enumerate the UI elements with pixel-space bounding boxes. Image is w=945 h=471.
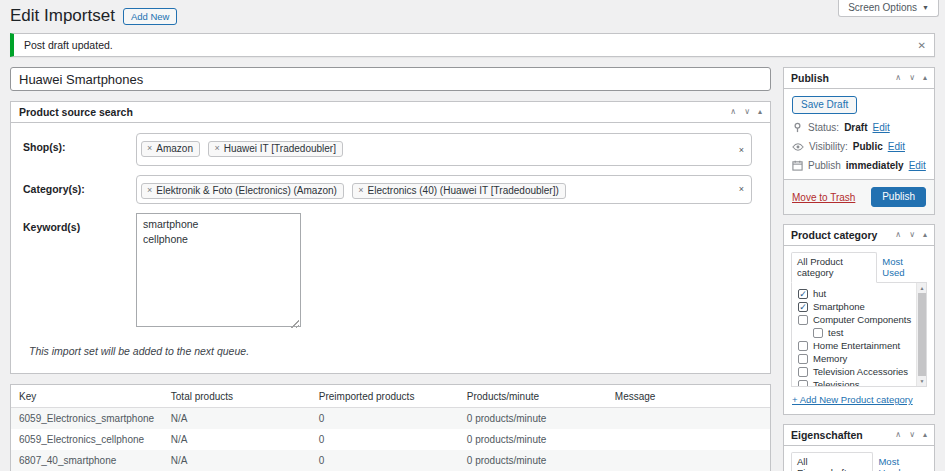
category-list-item[interactable]: ✓ Television Accessories <box>798 365 912 378</box>
column-header-key: Key <box>11 385 163 408</box>
edit-status-link[interactable]: Edit <box>872 122 889 133</box>
notice-message: Post draft updated. <box>24 39 113 51</box>
shops-multiselect[interactable]: ×Amazon ×Huawei IT [Tradedoubler] × <box>136 133 752 166</box>
queue-table-box: Key Total products Preimported products … <box>10 384 771 471</box>
category-list-item[interactable]: ✓ test <box>813 326 912 339</box>
postbox-title: Product source search <box>19 106 133 118</box>
checkbox[interactable]: ✓ <box>798 354 808 364</box>
cell-total-products: N/A <box>163 407 311 429</box>
cell-total-products: N/A <box>163 450 311 471</box>
toggle-panel-icon[interactable]: ▴ <box>923 230 927 240</box>
remove-tag-icon[interactable]: × <box>214 143 219 153</box>
clear-categories-icon[interactable]: × <box>739 184 744 194</box>
cell-products-minute: 0 products/minute <box>459 450 607 471</box>
category-list-item[interactable]: ✓ Home Entertainment <box>798 339 912 352</box>
publish-box-header[interactable]: Publish ∧ ∨ ▴ <box>784 68 934 89</box>
page-title: Edit Importset <box>10 6 115 26</box>
scrollbar-thumb[interactable] <box>918 293 926 376</box>
remove-tag-icon[interactable]: × <box>147 185 152 195</box>
eigenschaften-tabs: All Eigenschaften Most Used <box>791 452 927 471</box>
cell-preimported-products: 0 <box>311 429 459 450</box>
order-down-icon[interactable]: ∨ <box>909 230 915 240</box>
product-category-box: Product category ∧ ∨ ▴ All Product categ… <box>783 224 935 415</box>
save-draft-button[interactable]: Save Draft <box>792 96 857 114</box>
scroll-down-icon[interactable]: ▼ <box>917 376 927 386</box>
status-label: Status: <box>808 122 839 133</box>
category-list-item[interactable]: ✓ Televisions <box>798 378 912 387</box>
order-down-icon[interactable]: ∨ <box>909 73 915 83</box>
clear-shops-icon[interactable]: × <box>739 145 744 155</box>
edit-schedule-link[interactable]: Edit <box>909 160 926 171</box>
category-item-label: Home Entertainment <box>813 340 900 351</box>
table-row: 6059_Electronics_smartphone N/A 0 0 prod… <box>11 407 770 429</box>
add-new-button[interactable]: Add New <box>123 8 178 25</box>
shop-tag-label: Huawei IT [Tradedoubler] <box>224 143 336 154</box>
category-tabs: All Product category Most Used <box>791 252 927 283</box>
product-category-header[interactable]: Product category ∧ ∨ ▴ <box>784 225 934 246</box>
categories-multiselect[interactable]: ×Elektronik & Foto (Electronics) (Amazon… <box>136 175 752 204</box>
queue-note: This import set will be added to the nex… <box>29 345 758 357</box>
keywords-textarea[interactable]: smartphone cellphone <box>136 213 301 327</box>
checkbox[interactable]: ✓ <box>813 328 823 338</box>
eigenschaften-header[interactable]: Eigenschaften ∧ ∨ ▴ <box>784 425 934 446</box>
product-source-search-box: Product source search ∧ ∨ ▴ Shop(s): × <box>10 101 771 374</box>
visibility-eye-icon <box>792 142 804 152</box>
tab-all-product-category[interactable]: All Product category <box>791 252 877 283</box>
calendar-icon <box>792 160 803 171</box>
status-value: Draft <box>844 122 867 133</box>
scroll-up-icon[interactable]: ▲ <box>917 283 927 293</box>
category-item-label: Computer Components <box>813 314 911 325</box>
shop-tag-chip: ×Amazon <box>141 141 200 157</box>
category-list-item[interactable]: ✓ Smartphone <box>798 300 912 313</box>
order-up-icon[interactable]: ∧ <box>895 230 901 240</box>
shops-label: Shop(s): <box>23 133 136 166</box>
order-down-icon[interactable]: ∨ <box>744 107 750 117</box>
cell-preimported-products: 0 <box>311 407 459 429</box>
cell-message <box>607 407 770 429</box>
remove-tag-icon[interactable]: × <box>147 143 152 153</box>
category-item-label: Memory <box>813 353 847 364</box>
order-down-icon[interactable]: ∨ <box>909 430 915 440</box>
checkbox[interactable]: ✓ <box>798 289 808 299</box>
scrollbar[interactable]: ▲ ▼ <box>916 283 926 386</box>
toggle-panel-icon[interactable]: ▴ <box>923 430 927 440</box>
tab-all-eigenschaften[interactable]: All Eigenschaften <box>791 452 873 471</box>
toggle-panel-icon[interactable]: ▴ <box>758 107 762 117</box>
tab-most-used[interactable]: Most Used <box>873 453 927 471</box>
order-up-icon[interactable]: ∧ <box>730 107 736 117</box>
checkbox[interactable]: ✓ <box>798 315 808 325</box>
post-status-icon <box>792 122 803 133</box>
category-item-label: Television Accessories <box>813 366 908 377</box>
category-list-item[interactable]: ✓ Computer Components <box>798 313 912 326</box>
order-up-icon[interactable]: ∧ <box>895 430 901 440</box>
publish-button[interactable]: Publish <box>871 187 926 207</box>
category-list-item[interactable]: ✓ Memory <box>798 352 912 365</box>
add-new-product-category-link[interactable]: + Add New Product category <box>792 394 926 405</box>
move-to-trash-link[interactable]: Move to Trash <box>792 192 855 203</box>
category-list-item[interactable]: ✓ hut <box>798 287 912 300</box>
cell-message <box>607 450 770 471</box>
checkbox[interactable]: ✓ <box>798 380 808 388</box>
checkbox[interactable]: ✓ <box>798 341 808 351</box>
dismiss-notice-icon[interactable]: ✕ <box>916 38 928 53</box>
cell-preimported-products: 0 <box>311 450 459 471</box>
toggle-panel-icon[interactable]: ▴ <box>923 73 927 83</box>
category-item-label: hut <box>813 288 826 299</box>
post-title-input[interactable] <box>10 67 771 91</box>
visibility-label: Visibility: <box>809 141 848 152</box>
postbox-handle-actions: ∧ ∨ ▴ <box>730 107 762 117</box>
publish-box-title: Publish <box>791 72 829 84</box>
checkbox[interactable]: ✓ <box>798 302 808 312</box>
tab-most-used[interactable]: Most Used <box>877 253 927 282</box>
cell-key: 6807_40_smartphone <box>11 450 163 471</box>
publish-footer: Move to Trash Publish <box>784 179 934 214</box>
page-header: Edit Importset Add New <box>10 0 935 26</box>
category-item-label: test <box>828 327 843 338</box>
order-up-icon[interactable]: ∧ <box>895 73 901 83</box>
postbox-header[interactable]: Product source search ∧ ∨ ▴ <box>11 102 770 123</box>
eigenschaften-title: Eigenschaften <box>791 429 863 441</box>
checkbox[interactable]: ✓ <box>798 367 808 377</box>
remove-tag-icon[interactable]: × <box>358 185 363 195</box>
category-item-label: Smartphone <box>813 301 865 312</box>
edit-visibility-link[interactable]: Edit <box>888 141 905 152</box>
